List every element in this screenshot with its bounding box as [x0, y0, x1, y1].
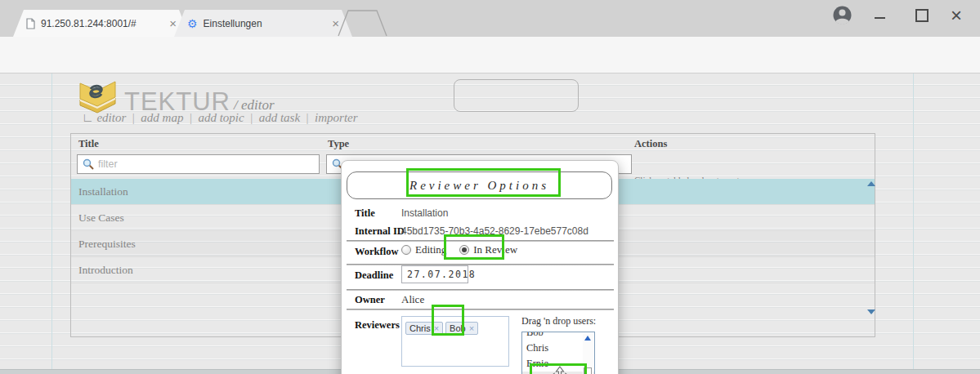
deadline-input[interactable]: 27.07.2018: [401, 265, 468, 283]
field-label-deadline: Deadline: [355, 269, 393, 282]
field-value-owner: Alice: [401, 293, 424, 306]
nav-prefix-glyph: ∟: [82, 111, 94, 124]
radio-editing[interactable]: Editing: [401, 243, 446, 256]
browser-toolbar: ← → Nicht sicher 91.250.81.244 :8001/#: [0, 37, 980, 73]
radio-unchecked-icon[interactable]: [401, 245, 411, 255]
close-window-button[interactable]: ×: [951, 4, 962, 27]
field-label-reviewers: Reviewers: [355, 319, 400, 332]
field-value-title: Installation: [401, 207, 448, 219]
table-header-row: Title Type Actions: [71, 134, 875, 152]
annotation-box-bob-chip: [432, 305, 464, 336]
tab-close-icon[interactable]: ×: [169, 17, 177, 29]
field-label-title: Title: [355, 207, 375, 220]
nav-link[interactable]: add map: [126, 111, 183, 124]
divider: [347, 264, 614, 265]
filter-placeholder: filter: [98, 158, 118, 170]
divider: [347, 309, 614, 310]
nav-link[interactable]: add task: [244, 111, 300, 124]
maximize-button[interactable]: [915, 9, 929, 22]
tab-title: Einstellungen: [204, 18, 328, 29]
dnd-label: Drag 'n drop users:: [521, 315, 596, 327]
table-scroll-down-icon[interactable]: [867, 309, 875, 314]
tab-title: 91.250.81.244:8001/#: [41, 18, 164, 29]
new-tab-button[interactable]: [338, 10, 388, 37]
column-header-type[interactable]: Type: [328, 138, 349, 150]
app-nav: ∟ editoradd mapadd topicadd taskimporter: [82, 111, 358, 125]
brand-logo-icon: [77, 77, 118, 114]
avatar-icon[interactable]: [832, 5, 852, 25]
table-scroll-up-icon[interactable]: [867, 181, 875, 186]
scroll-up-icon[interactable]: [584, 336, 591, 341]
field-label-workflow: Workflow: [355, 246, 398, 258]
annotation-box-title: [406, 168, 561, 197]
search-icon: [83, 158, 94, 170]
browser-window: 91.250.81.244:8001/# × ⚙ Einstellungen ×…: [0, 0, 980, 374]
page-background: TEKTUR / editor ∟ editoradd mapadd topic…: [0, 73, 980, 369]
nav-link[interactable]: editor: [96, 111, 126, 124]
chip-label: Chris: [409, 323, 431, 333]
nav-items: editoradd mapadd topicadd taskimporter: [96, 111, 357, 124]
brand-header: TEKTUR / editor: [77, 77, 275, 114]
minimize-button[interactable]: [875, 17, 885, 19]
tab-editor-page[interactable]: 91.250.81.244:8001/# ×: [13, 10, 190, 37]
page-right-ruling: [913, 73, 914, 369]
column-header-title[interactable]: Title: [78, 138, 99, 150]
radio-label: Editing: [415, 243, 446, 256]
gear-icon: ⚙: [187, 18, 198, 29]
titlebar: 91.250.81.244:8001/# × ⚙ Einstellungen ×…: [0, 0, 980, 37]
page-left-ruling: [51, 73, 52, 369]
title-filter-input[interactable]: filter: [77, 154, 320, 174]
page-icon: [26, 18, 35, 29]
hidden-search-box: [454, 79, 579, 112]
field-label-owner: Owner: [355, 294, 385, 306]
annotation-box-in-review: [444, 234, 504, 260]
chip-remove-icon[interactable]: ×: [469, 323, 474, 333]
divider: [347, 289, 614, 291]
nav-link[interactable]: importer: [300, 111, 358, 124]
nav-link[interactable]: add topic: [183, 111, 244, 124]
column-header-actions: Actions: [634, 138, 667, 150]
field-label-internal-id: Internal ID: [355, 225, 405, 238]
tab-settings[interactable]: ⚙ Einstellungen ×: [174, 10, 352, 37]
move-cursor-icon: [548, 365, 572, 374]
